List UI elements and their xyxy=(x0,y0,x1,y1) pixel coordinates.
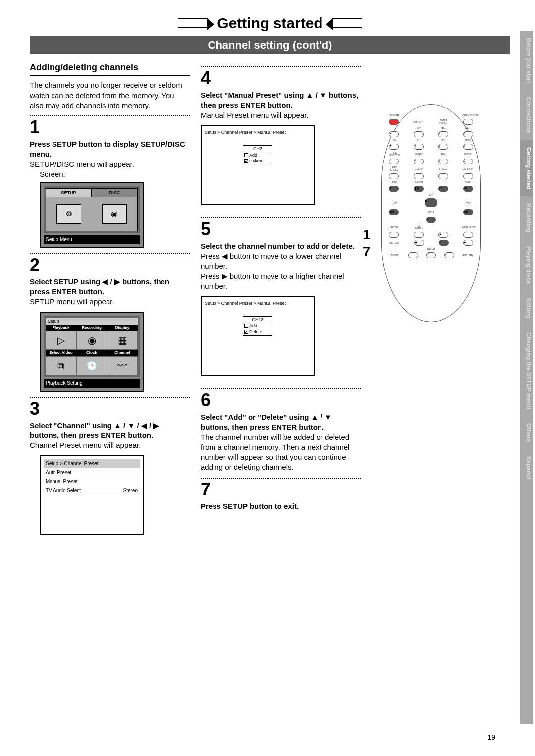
add-option: Add xyxy=(243,323,272,329)
preset-breadcrumb: Setup > Channel Preset > Manual Preset xyxy=(205,300,311,306)
num-7[interactable]: 7 xyxy=(414,159,424,164)
step-divider xyxy=(201,478,361,479)
num-9[interactable]: 9 xyxy=(463,159,473,164)
menu-row: Auto Preset xyxy=(44,468,140,478)
left-arrow[interactable]: ◀ xyxy=(414,240,424,246)
channel-number: CH2 xyxy=(243,146,272,152)
step-number: 2 xyxy=(30,256,190,274)
sidebar-tab-active: Getting started xyxy=(520,140,533,196)
callout-7: 7 xyxy=(363,244,371,260)
menu-breadcrumb: Setup > Channel Preset xyxy=(44,459,140,468)
screen-caption: Setup Menu xyxy=(44,235,140,244)
num-4[interactable]: 4 xyxy=(414,144,424,150)
delete-option: ✔Delete xyxy=(243,329,272,335)
num-3[interactable]: 3 xyxy=(463,131,473,137)
step-number: 4 xyxy=(201,69,361,87)
num-2[interactable]: 2 xyxy=(438,131,448,137)
manual-preset-screen: Setup > Channel Preset > Manual Preset C… xyxy=(201,125,315,205)
setup-icon: ⚙ xyxy=(56,204,81,224)
menu-list[interactable] xyxy=(463,232,473,238)
channel-icon: 〰 xyxy=(107,356,138,375)
rec-button[interactable]: ● xyxy=(389,186,399,192)
step-number: 3 xyxy=(30,400,190,418)
fwd-button[interactable]: ▶▶ xyxy=(463,209,473,215)
menu-row: TV Audio SelectStereo xyxy=(44,486,140,496)
channel-number: CH18 xyxy=(243,317,272,323)
step-instruction: Select "Add" or "Delete" using ▲ / ▼ but… xyxy=(201,412,361,432)
step-text: SETUP/DISC menu will appear. xyxy=(30,160,190,169)
page-title: Getting started xyxy=(217,15,322,32)
preset-breadcrumb: Setup > Channel Preset > Manual Preset xyxy=(205,129,311,135)
remote-control: 1 7 2 3 4 5 6 POWEROPEN/CLOSE DISPLAYTIM… xyxy=(381,104,495,322)
step-number: 6 xyxy=(201,391,361,409)
ch-down[interactable]: ▼ xyxy=(389,144,399,150)
enter-button[interactable]: ● xyxy=(439,240,449,246)
channel-preset-menu: Setup > Channel Preset Auto Preset Manua… xyxy=(40,455,144,535)
tab-disc: DISC xyxy=(92,188,138,197)
step-divider xyxy=(201,388,361,389)
play-button[interactable]: ▶ xyxy=(425,198,437,207)
return-button[interactable]: ↩ xyxy=(444,252,454,258)
sidebar-tab: Recording xyxy=(520,196,533,239)
clock-icon: 🕐 xyxy=(76,356,107,375)
skip-prev[interactable]: ⏮ xyxy=(438,186,448,192)
title-ornament-left xyxy=(178,18,208,28)
video-icon: ⧉ xyxy=(46,356,76,375)
step-instruction: Select SETUP using ◀ / ▶ buttons, then p… xyxy=(30,277,190,297)
step-instruction: Select "Channel" using ▲ / ▼ / ◀ / ▶ but… xyxy=(30,421,190,441)
cm-skip[interactable] xyxy=(463,173,473,179)
power-button[interactable] xyxy=(389,119,399,125)
step-number: 5 xyxy=(201,220,361,238)
num-6[interactable]: 6 xyxy=(463,144,473,150)
sidebar-tab: Others xyxy=(520,416,533,449)
pause-button[interactable]: ❚❚ xyxy=(414,186,424,192)
sidebar-tab: Changing the SETUP menu xyxy=(520,325,533,416)
playback-icon: ▷ xyxy=(46,331,76,350)
delete-option: ✔Delete xyxy=(243,158,272,164)
num-1[interactable]: 1 xyxy=(414,131,424,137)
sidebar-tab: Editing xyxy=(520,291,533,325)
clear[interactable] xyxy=(414,173,424,179)
skip-next[interactable]: ⏭ xyxy=(463,186,473,192)
grid-header: Select Video xyxy=(46,350,76,356)
step-number: 7 xyxy=(201,481,361,498)
step-text: SETUP menu will appear. xyxy=(30,297,190,307)
screen-label: Screen: xyxy=(40,169,190,179)
step-text: Channel Preset menu will appear. xyxy=(30,440,190,450)
disc-icon: ◉ xyxy=(102,204,127,224)
num-8[interactable]: 8 xyxy=(438,159,448,164)
grid-header: Clock xyxy=(76,350,107,356)
section-tabs-sidebar: Before you start Connections Getting sta… xyxy=(520,31,533,724)
num-5[interactable]: 5 xyxy=(438,144,448,150)
right-arrow[interactable]: ▶ xyxy=(463,240,473,246)
eject-button[interactable] xyxy=(463,119,473,125)
step-instruction: Select the channel number to add or dele… xyxy=(201,241,361,251)
add-option: Add xyxy=(243,152,272,158)
step-divider xyxy=(201,217,361,218)
ch-up[interactable]: ▲ xyxy=(389,131,399,137)
step-text: The channel number will be added or dele… xyxy=(201,432,361,473)
step-divider xyxy=(30,253,190,254)
step-divider xyxy=(201,66,361,67)
step-instruction: Select "Manual Preset" using ▲ / ▼ butto… xyxy=(201,90,361,110)
zoom-button[interactable] xyxy=(408,252,418,258)
step-divider xyxy=(30,397,190,398)
stop-button[interactable]: ■ xyxy=(426,217,436,223)
rev-button[interactable]: ◀◀ xyxy=(389,209,399,215)
num-0[interactable]: 0 xyxy=(438,173,448,179)
down-arrow[interactable]: ▼ xyxy=(426,252,436,258)
rec-speed[interactable] xyxy=(389,173,399,179)
display-icon: ▦ xyxy=(107,331,138,350)
rec-monitor[interactable] xyxy=(389,159,399,164)
screen-caption: Playback Setting xyxy=(44,379,140,388)
step-divider xyxy=(30,115,190,116)
setup-disc-screen: SETUP DISC ⚙ ◉ Setup Menu xyxy=(40,182,144,248)
page-title-bar: Getting started xyxy=(30,15,510,32)
up-arrow[interactable]: ▲ xyxy=(438,232,448,238)
setup-label: Setup xyxy=(46,318,138,324)
setup-button[interactable] xyxy=(389,232,399,238)
section-intro: The channels you no longer receive or se… xyxy=(30,80,190,110)
page-number: 19 xyxy=(487,733,495,741)
recording-icon: ◉ xyxy=(76,331,107,350)
top-menu[interactable] xyxy=(414,232,424,238)
